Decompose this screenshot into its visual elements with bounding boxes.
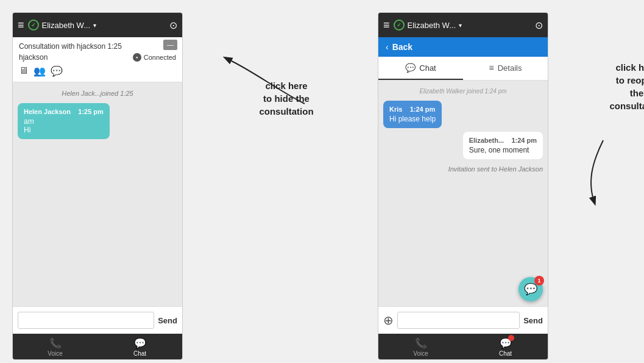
- left-voice-tab[interactable]: 📞 Voice: [13, 334, 97, 359]
- left-agent-name: Elizabeth W...: [42, 21, 90, 30]
- back-bar[interactable]: ‹ Back: [378, 37, 548, 57]
- right-settings-icon[interactable]: ⊙: [535, 20, 543, 31]
- left-message-input[interactable]: [18, 312, 154, 329]
- left-status-circle: [28, 20, 39, 31]
- chat-nav-badge: [508, 335, 514, 341]
- tab-chat[interactable]: 💬 Chat: [378, 57, 463, 80]
- right-system-top: Elizabeth Walker joined 1:24 pm: [383, 85, 543, 97]
- tab-details-icon: ≡: [489, 63, 494, 73]
- right-status-circle: [394, 20, 405, 31]
- connected-badge: Connected: [133, 53, 176, 62]
- users-icon[interactable]: 👥: [34, 65, 46, 77]
- right-bubble-white-sender: Elizabeth...: [469, 137, 504, 144]
- left-menu-icon[interactable]: ≡: [18, 19, 24, 32]
- back-arrow-icon: ‹: [386, 42, 389, 52]
- left-bottom-nav: 📞 Voice 💬 Chat: [13, 334, 182, 359]
- right-bubble-white-time: 1:24 pm: [511, 137, 537, 144]
- right-voice-icon: 📞: [415, 337, 427, 349]
- right-header-status: Elizabeth W... ▾: [394, 20, 531, 31]
- tab-chat-label: Chat: [419, 63, 436, 73]
- right-voice-tab[interactable]: 📞 Voice: [378, 334, 463, 359]
- left-chat-area: Helen Jack...joined 1:25 Helen Jackson 1…: [13, 82, 182, 306]
- bubble-line1: am: [24, 117, 104, 126]
- consultation-title: Consultation with hjackson 1:25: [19, 42, 176, 51]
- annotation-right: click hereto reopentheconsultation: [591, 61, 644, 112]
- right-bubble-white-meta: Elizabeth... 1:24 pm: [469, 137, 537, 144]
- action-icons: 🖥 👥 💬: [19, 65, 176, 77]
- right-bubble-white: Elizabeth... 1:24 pm Sure, one moment: [463, 132, 543, 159]
- left-voice-icon: 📞: [49, 337, 62, 349]
- left-chat-bubble: Helen Jackson 1:25 pm am Hi: [18, 103, 110, 139]
- left-settings-icon[interactable]: ⊙: [169, 20, 177, 31]
- right-chat-tab[interactable]: 💬 Chat: [463, 334, 548, 359]
- right-header: ≡ Elizabeth W... ▾ ⊙: [378, 13, 548, 37]
- connected-dot-icon: [133, 53, 141, 62]
- left-input-area: Send: [13, 306, 182, 334]
- right-menu-icon[interactable]: ≡: [383, 19, 390, 32]
- connected-label: Connected: [144, 54, 176, 61]
- back-label: Back: [392, 42, 412, 52]
- right-agent-name: Elizabeth W...: [408, 21, 456, 30]
- arrow-right: [585, 134, 644, 207]
- left-header: ≡ Elizabeth W... ▾ ⊙: [13, 13, 182, 37]
- bubble-line2: Hi: [24, 126, 104, 134]
- right-bubble-white-text: Sure, one moment: [469, 146, 537, 154]
- right-chat-label: Chat: [499, 350, 512, 357]
- right-bottom-nav: 📞 Voice 💬 Chat: [378, 334, 548, 359]
- arrow-left: [219, 49, 317, 122]
- screen-share-icon[interactable]: 🖥: [19, 65, 29, 77]
- right-input-area: ⊕ Send: [378, 306, 548, 334]
- add-button[interactable]: ⊕: [383, 314, 394, 326]
- right-chat-area: Elizabeth Walker joined 1:24 pm Kris 1:2…: [378, 81, 548, 306]
- invitation-message: Invitation sent to Helen Jackson: [383, 163, 543, 175]
- consultation-user: hjackson: [19, 53, 48, 62]
- tab-chat-icon: 💬: [405, 63, 416, 73]
- minimize-button[interactable]: —: [163, 40, 177, 50]
- tab-details[interactable]: ≡ Details: [463, 57, 548, 80]
- right-voice-label: Voice: [413, 350, 428, 357]
- float-consult-button[interactable]: 💬 1: [518, 277, 543, 301]
- left-chat-nav-icon: 💬: [134, 337, 146, 349]
- chat-notification-wrapper: 💬: [500, 337, 512, 349]
- left-chat-tab[interactable]: 💬 Chat: [97, 334, 182, 359]
- right-bubble-text: Hi please help: [389, 115, 436, 123]
- tab-details-label: Details: [498, 63, 522, 73]
- right-bubble-meta: Kris 1:24 pm: [389, 106, 436, 113]
- consultation-subtitle: hjackson Connected: [19, 53, 176, 62]
- right-bubble-time: 1:24 pm: [410, 106, 436, 113]
- left-dropdown-icon[interactable]: ▾: [93, 22, 96, 29]
- tabs-bar: 💬 Chat ≡ Details: [378, 57, 548, 81]
- consultation-bar: Consultation with hjackson 1:25 — hjacks…: [13, 37, 182, 82]
- left-panel: ≡ Elizabeth W... ▾ ⊙ Consultation with h…: [12, 12, 183, 360]
- float-btn-icon: 💬: [524, 282, 537, 296]
- bubble-meta: Helen Jackson 1:25 pm: [24, 108, 104, 115]
- right-bubble-blue: Kris 1:24 pm Hi please help: [383, 101, 442, 128]
- right-panel: ≡ Elizabeth W... ▾ ⊙ ‹ Back 💬 Chat ≡ Det…: [378, 12, 548, 360]
- right-message-input[interactable]: [397, 312, 520, 329]
- right-send-button[interactable]: Send: [523, 316, 543, 325]
- right-dropdown-icon[interactable]: ▾: [459, 22, 462, 29]
- system-join-message: Helen Jack...joined 1:25: [18, 87, 177, 99]
- left-chat-label: Chat: [133, 350, 146, 357]
- float-badge: 1: [534, 276, 544, 286]
- left-header-status: Elizabeth W... ▾: [28, 20, 166, 31]
- right-bubble-sender: Kris: [389, 106, 402, 113]
- chat-action-icon[interactable]: 💬: [51, 65, 63, 77]
- bubble-time: 1:25 pm: [78, 108, 104, 115]
- left-voice-label: Voice: [48, 350, 62, 357]
- left-send-button[interactable]: Send: [158, 316, 177, 325]
- bubble-sender: Helen Jackson: [24, 108, 71, 115]
- annotation-left: click hereto hide theconsultation: [238, 79, 335, 118]
